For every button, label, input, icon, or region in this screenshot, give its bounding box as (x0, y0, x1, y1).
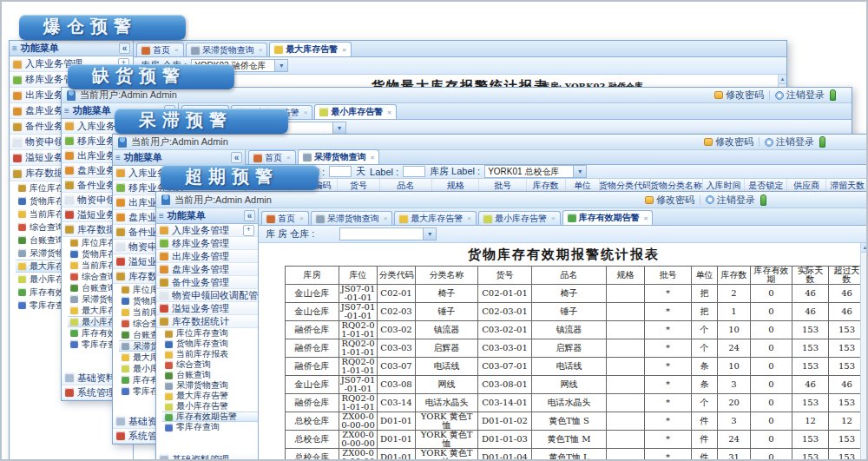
menu-sub-item[interactable]: 库存有效期告警 (162, 412, 258, 422)
tab[interactable]: 呆滞货物查询 (186, 43, 268, 56)
cell-category-name: 电话水晶头 (416, 394, 478, 412)
logout-button[interactable]: 注销登录 (706, 194, 755, 207)
cell-category-name: YORK 黄色T恤 (416, 412, 478, 431)
select-dropdown-icon[interactable] (573, 166, 586, 177)
menu-sub-item[interactable]: 零库存查询 (162, 422, 258, 432)
grid-column-header[interactable]: 供应商 (787, 179, 826, 192)
menu-sub-item[interactable]: 货物库存查询 (162, 339, 258, 349)
cell-unit: 条 (692, 376, 718, 394)
logout-button[interactable]: 注销登录 (775, 89, 825, 102)
menu-sub-item[interactable]: 综合查询 (162, 359, 258, 370)
menu-group-item[interactable]: 备件业务管理 (156, 276, 258, 289)
table-header-cell: 批号 (645, 267, 692, 285)
menu-bottom-group[interactable]: 基础资料管理 (156, 453, 258, 461)
grid-column-header[interactable]: 是否锁定 (745, 179, 787, 192)
table-header-cell: 实际天数 (792, 267, 829, 285)
tab[interactable]: 最小库存告警 (314, 104, 397, 119)
grid-column-header[interactable]: 货号 (338, 179, 380, 192)
cell-bin: ZX00-00-00-00 (339, 412, 378, 431)
user-bar: 当前用户:Admin Admin 修改密码 注销登录 (62, 88, 852, 103)
tab[interactable]: 最小库存告警 (478, 211, 561, 225)
tab-label: 首页 (265, 152, 282, 164)
menu-sub-item[interactable]: 最小库存告警 (162, 401, 258, 412)
warehouse-filter-label: 库房 Label : (430, 165, 480, 178)
menu-panel-header: ≡ 功能菜单 « (113, 150, 245, 166)
menu-group-item[interactable]: 溢短业务管理 (156, 302, 258, 315)
menu-group-icon (13, 91, 22, 100)
tab[interactable]: 最大库存告警 (394, 211, 477, 225)
menu-sub-item[interactable]: 最大库存告警 (162, 391, 258, 401)
days-input[interactable] (329, 166, 352, 177)
tab-icon (568, 214, 576, 222)
tab[interactable]: 首页 (248, 150, 296, 164)
grid-column-header[interactable]: 货物分类名称 (651, 179, 703, 192)
collapse-panel-button[interactable]: « (119, 43, 130, 54)
menu-sub-item[interactable]: 库位库存查询 (162, 328, 258, 339)
cell-unit: 件 (692, 431, 718, 449)
tab[interactable]: 首页 (136, 43, 184, 56)
menu-sub-icon (18, 275, 26, 283)
grid-column-header[interactable]: 批号 (479, 179, 526, 192)
tab[interactable]: 库存有效期告警 (562, 210, 654, 225)
online-user-icon (760, 194, 766, 206)
change-password-button[interactable]: 修改密码 (704, 135, 753, 148)
table-header-cell: 货号 (478, 267, 532, 285)
collapse-panel-button[interactable]: « (244, 210, 255, 221)
tab[interactable]: 最大库存告警 (269, 42, 352, 56)
menu-group-item[interactable]: 库存数据统计 (156, 315, 258, 328)
tab[interactable]: 呆滞货物查询 (311, 211, 393, 225)
menu-group-item[interactable]: 盘库业务管理 (156, 263, 258, 276)
cell-batch: * (645, 321, 692, 339)
menu-sub-item[interactable]: 台账查询 (162, 370, 258, 380)
menu-group-item[interactable]: 出库业务管理 (156, 250, 258, 263)
table-header-row: 库房库位分类代码分类名称货号品名规格批号单位库存数库存有效期实际天数超过天数 (286, 267, 865, 285)
vertical-scrollbar[interactable] (860, 243, 868, 461)
menu-group-label: 移库业务管理 (172, 237, 229, 250)
grid-column-header[interactable]: 库存数 (527, 179, 566, 192)
menu-group-icon (65, 136, 74, 145)
table-row: 融侨仓库 RQ02-01-01-01 C03-02 镇流器 C03-02-01 … (286, 321, 865, 339)
select-dropdown-icon[interactable] (332, 122, 345, 134)
collapse-panel-button[interactable]: « (231, 152, 242, 163)
cell-category-name: 镇流器 (416, 321, 478, 339)
change-password-button[interactable]: 修改密码 (714, 89, 764, 102)
select-dropdown-icon[interactable] (274, 60, 287, 71)
change-password-button[interactable]: 修改密码 (645, 194, 694, 207)
tab[interactable]: 呆滞货物查询 (298, 149, 380, 164)
menu-group-item[interactable]: 入库业务管理 (156, 224, 258, 237)
tab-icon (316, 214, 325, 223)
tab[interactable]: 首页 (261, 211, 309, 225)
menu-group-item[interactable]: 物资申领回收调配管理 (156, 289, 258, 302)
menu-sub-label: 库位库存查询 (176, 328, 228, 339)
grid-column-header[interactable]: 规格 (432, 179, 479, 192)
menu-sub-icon (122, 319, 129, 327)
cell-bin: RQ02-01-01-01 (339, 394, 378, 412)
grid-column-header[interactable]: 单位 (566, 179, 600, 192)
cell-batch: * (645, 285, 692, 303)
grid-column-header[interactable]: 货物分类代码 (600, 179, 650, 192)
select-dropdown-icon[interactable] (423, 228, 436, 240)
warehouse-select[interactable] (339, 227, 437, 240)
menu-sub-icon (122, 376, 129, 384)
online-user-icon (830, 89, 836, 101)
menu-sub-item[interactable]: 当前库存报表 (162, 349, 258, 359)
grid-column-header[interactable]: 滞留天数 (826, 179, 868, 192)
menu-sub-icon (122, 342, 129, 350)
menu-group-item[interactable]: 移库业务管理 (156, 237, 258, 250)
cell-batch: * (645, 412, 692, 431)
grid-column-header[interactable]: 品名 (380, 179, 432, 192)
cell-item-name: 锤子 (532, 303, 607, 321)
table-row: 总校仓库 ZX00-00-00-00 D01-01 YORK 黄色T恤 D01-… (286, 449, 865, 461)
cell-category-name: 椅子 (416, 285, 478, 303)
second-filter-input[interactable] (403, 166, 425, 177)
tab-icon (303, 153, 312, 161)
warehouse-select[interactable]: YORK01 总校仓库 (484, 165, 587, 178)
menu-sub-icon (70, 329, 78, 337)
cell-bin: JS07-01-01-01 (339, 285, 378, 303)
cell-unit: 个 (692, 321, 718, 339)
logout-button[interactable]: 注销登录 (765, 135, 814, 148)
menu-group-icon (160, 304, 168, 313)
grid-column-header[interactable]: 入库时间 (703, 179, 746, 192)
cell-warehouse: 融侨仓库 (286, 339, 339, 358)
menu-sub-item[interactable]: 呆滞货物查询 (162, 380, 258, 391)
